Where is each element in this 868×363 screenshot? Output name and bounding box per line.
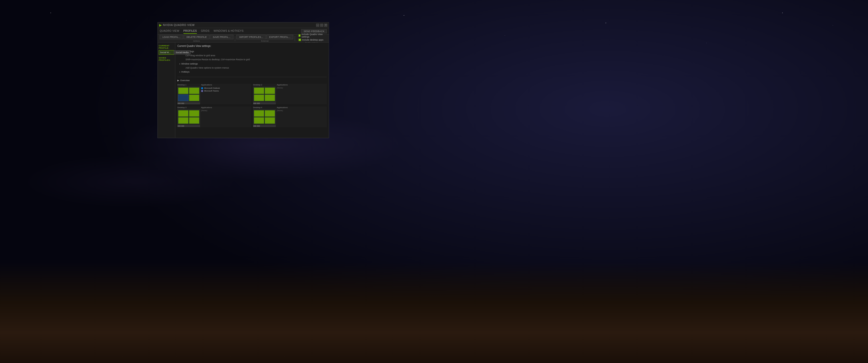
nvidia-logo-icon: ▶ (159, 24, 161, 27)
settings-group-grid: Grid settings Ctrl+drag window to grid a… (177, 50, 327, 62)
desktop-4-preview: Desktop 4 (253, 106, 276, 127)
toolbar-actions-section: LOAD PROFIL... DELETE PROFILE SAVE PROFI… (160, 35, 234, 42)
taskbar-item-7 (253, 125, 256, 127)
external-label: External (261, 40, 269, 42)
desktop-3-apps-label: Applications (201, 106, 251, 109)
desktop-4-label: Desktop 4 (253, 106, 276, 109)
content-area: Current Quadro View settings: Grid setti… (175, 43, 329, 138)
tab-quadro-view[interactable]: QUADRO VIEW (160, 29, 179, 34)
close-button[interactable]: ✕ (324, 24, 327, 27)
grid-setting-1: Ctrl+drag window to grid area (183, 54, 327, 58)
desktop-card-2: Desktop 2 (253, 84, 327, 104)
desktop-2-preview: Desktop 2 (253, 84, 276, 104)
desktop-2-apps-label: Applications (277, 84, 327, 86)
desktop-3-label: Desktop 3 (177, 106, 200, 109)
settings-group-hotkeys: Hotkeys (177, 70, 327, 74)
desktop-1-grid (177, 87, 200, 102)
app-window: ▶ NVIDIA QUADRO VIEW — □ ✕ QUADRO VIEW P… (157, 22, 329, 138)
desktop-4-apps-none: (None) (277, 109, 327, 112)
grid-cell-4-3 (254, 117, 264, 124)
tab-grids[interactable]: GRIDS (201, 29, 210, 34)
profile-tooltip: Social Media (174, 51, 190, 55)
taskbar-item-6 (181, 125, 184, 127)
taskbar-item-4 (257, 103, 260, 104)
export-profiles-button[interactable]: EXPORT PROFIL... (267, 35, 293, 39)
include-quadro-view-checkbox[interactable]: ✓ (299, 34, 301, 37)
grid-cell-3-4 (189, 117, 199, 124)
taskbar-item-2 (181, 103, 184, 104)
desktop-card-4: Desktop 4 (253, 106, 327, 127)
title-bar-controls: — □ ✕ (316, 24, 327, 27)
tab-windows-hotkeys[interactable]: WINDOWS & HOTKEYS (214, 29, 244, 34)
overview-section: ▶ Overview Desktop 1 (177, 77, 327, 127)
grid-cell-3-3 (178, 117, 188, 124)
grid-setting-2: Shift+maximize Resize to desktop; Ctrl+m… (183, 58, 327, 62)
overview-chevron-icon: ▶ (177, 79, 179, 82)
toolbar-action-buttons: LOAD PROFIL... DELETE PROFILE SAVE PROFI… (160, 35, 234, 39)
desktop-1-apps: Applications Microsoft Outlook Microsoft… (201, 84, 251, 104)
star (782, 12, 783, 13)
current-profile-name: Social M... (160, 51, 170, 54)
grid-cell-2-4 (265, 95, 275, 101)
grid-cell-2-3 (254, 95, 264, 101)
star (833, 25, 833, 26)
desktop-3-apps: Applications (None) (201, 106, 251, 127)
main-content: CURRENT PROFILE: Social M... Social Medi… (158, 43, 329, 138)
star (404, 15, 404, 15)
desktop-2-grid (253, 87, 276, 102)
overview-header[interactable]: ▶ Overview (177, 79, 327, 82)
app-item-outlook: Microsoft Outlook (201, 87, 251, 90)
toolbar-divider-1 (235, 36, 235, 41)
app-item-teams: Microsoft Teams (201, 90, 251, 92)
desktop-3-grid (177, 109, 200, 125)
delete-profile-button[interactable]: DELETE PROFILE (184, 35, 210, 39)
taskbar-item-5 (178, 125, 181, 127)
grid-cell-4-4 (265, 117, 275, 124)
desktop-3-apps-none: (None) (201, 109, 251, 112)
save-profile-button[interactable]: SAVE PROFIL... (210, 35, 233, 39)
outlook-dot-icon (201, 87, 203, 89)
grid-cell-1-4 (189, 95, 199, 101)
grid-cell-2-2 (265, 88, 275, 94)
overview-label: Overview (180, 79, 190, 82)
desktop-1-preview: Desktop 1 (177, 84, 200, 104)
current-profile-item[interactable]: Social M... Social Media (159, 50, 174, 55)
taskbar-item-8 (257, 125, 260, 127)
settings-group-window: Window settings Add Quadro View options … (177, 62, 327, 70)
star (51, 12, 51, 13)
terrain-overlay (0, 262, 868, 363)
minimize-button[interactable]: — (316, 24, 319, 27)
grid-cell-2-1 (254, 88, 264, 94)
load-profile-button[interactable]: LOAD PROFIL... (160, 35, 183, 39)
include-desktop-apps-checkbox[interactable]: ✓ (299, 39, 301, 41)
hotkeys-label: Hotkeys (181, 71, 190, 73)
grid-settings-sublist: Ctrl+drag window to grid area Shift+maxi… (179, 54, 327, 62)
grid-cell-1-3 (178, 95, 188, 101)
actions-label: Actions (193, 40, 200, 42)
desktop-2-apps-none: (None) (277, 87, 327, 89)
include-desktop-apps-option: ✓ Include desktop apps (299, 39, 325, 41)
window-settings-label: Window settings (181, 63, 198, 65)
desktop-4-taskbar (253, 125, 276, 127)
tab-profiles[interactable]: PROFILES (183, 29, 197, 34)
include-desktop-apps-label: Include desktop apps (302, 39, 323, 41)
overview-grid: Desktop 1 (177, 84, 327, 127)
teams-dot-icon (201, 90, 203, 92)
desktop-3-preview: Desktop 3 (177, 106, 200, 127)
desktop-1-taskbar (177, 102, 200, 104)
include-quadro-view-label: Include Quadro View settings (302, 33, 325, 38)
desktop-1-label: Desktop 1 (177, 84, 200, 86)
grid-cell-3-1 (178, 110, 188, 117)
desktop-2-label: Desktop 2 (253, 84, 276, 86)
star (606, 23, 606, 23)
settings-title: Current Quadro View settings: (177, 45, 327, 47)
import-profiles-button[interactable]: IMPORT PROFILES... (237, 35, 266, 39)
toolbar-external-buttons: IMPORT PROFILES... EXPORT PROFIL... (237, 35, 293, 39)
grid-cell-1-2 (189, 88, 199, 94)
grid-cell-1-1 (178, 88, 188, 94)
desktop-4-apps: Applications (None) (277, 106, 327, 127)
maximize-button[interactable]: □ (320, 24, 323, 27)
saved-profiles-label: SAVED PROFILES: (159, 57, 174, 61)
toolbar-external-section: IMPORT PROFILES... EXPORT PROFIL... Exte… (237, 35, 293, 42)
settings-list: Grid settings Ctrl+drag window to grid a… (177, 50, 327, 74)
